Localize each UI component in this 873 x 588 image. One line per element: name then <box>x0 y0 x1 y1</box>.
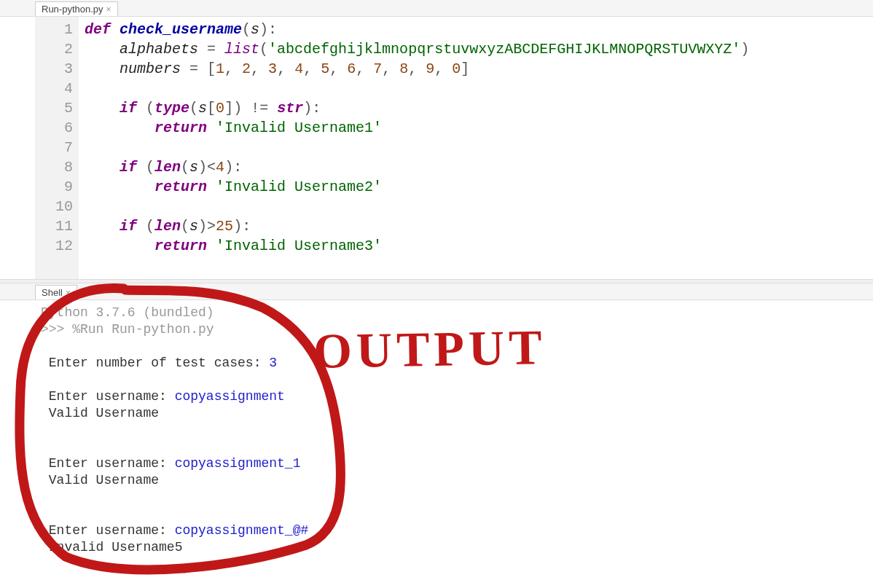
code-line[interactable]: if (len(s)>25): <box>85 216 749 236</box>
shell-line: Valid Username <box>41 405 867 422</box>
editor-tab-bar: Run-python.py × <box>0 0 873 17</box>
shell-line: Invalid Username5 <box>41 539 867 556</box>
code-area[interactable]: def check_username(s): alphabets = list(… <box>79 17 755 279</box>
line-number: 1 <box>35 20 73 39</box>
shell-user-input: 3 <box>269 356 277 370</box>
code-line[interactable]: def check_username(s): <box>85 20 749 39</box>
shell-line <box>41 506 867 522</box>
shell-line: Enter username: copyassignment_@# <box>41 522 867 539</box>
code-line[interactable] <box>85 197 749 216</box>
editor-tab[interactable]: Run-python.py × <box>35 1 118 16</box>
code-line[interactable] <box>85 138 749 157</box>
line-number: 7 <box>35 138 73 157</box>
shell-tab[interactable]: Shell × <box>35 285 77 299</box>
editor-tab-label: Run-python.py <box>42 4 103 15</box>
shell-tab-bar: Shell × <box>0 283 873 300</box>
code-line[interactable]: alphabets = list('abcdefghijklmnopqrstuv… <box>85 39 749 59</box>
shell-line: Valid Username <box>41 472 867 489</box>
shell-tab-label: Shell <box>42 287 63 298</box>
line-number: 12 <box>35 236 73 256</box>
line-number: 6 <box>35 118 73 138</box>
line-number: 5 <box>35 98 73 118</box>
shell-line <box>41 422 867 439</box>
code-line[interactable]: if (len(s)<4): <box>85 157 749 177</box>
line-gutter: 123456789101112 <box>35 17 79 279</box>
shell-line: Enter number of test cases: 3 <box>41 355 867 372</box>
line-number: 2 <box>35 39 73 59</box>
close-icon[interactable]: × <box>66 288 71 298</box>
code-editor[interactable]: 123456789101112 def check_username(s): a… <box>0 17 873 279</box>
line-number: 11 <box>35 216 73 236</box>
shell-user-input: copyassignment_@# <box>175 523 309 538</box>
shell-line <box>41 372 867 388</box>
shell-line <box>41 439 867 455</box>
code-line[interactable]: return 'Invalid Username1' <box>85 118 749 138</box>
close-icon[interactable]: × <box>106 4 111 15</box>
code-line[interactable] <box>85 79 749 98</box>
shell-banner: Python 3.7.6 (bundled) <box>41 305 867 321</box>
code-line[interactable]: numbers = [1, 2, 3, 4, 5, 6, 7, 8, 9, 0] <box>85 59 749 79</box>
line-number: 3 <box>35 59 73 79</box>
shell-line: Enter username: copyassignment_1 <box>41 455 867 472</box>
shell-user-input: copyassignment_1 <box>175 456 301 471</box>
line-number: 8 <box>35 157 73 177</box>
line-number: 4 <box>35 79 73 98</box>
shell-line <box>41 489 867 506</box>
line-number: 9 <box>35 177 73 197</box>
code-line[interactable]: return 'Invalid Username2' <box>85 177 749 197</box>
code-line[interactable]: return 'Invalid Username3' <box>85 236 749 256</box>
line-number: 10 <box>35 197 73 216</box>
shell-user-input: copyassignment <box>175 389 285 404</box>
shell-line: Enter username: copyassignment <box>41 388 867 405</box>
shell-output[interactable]: Python 3.7.6 (bundled)>>> %Run Run-pytho… <box>0 300 873 560</box>
shell-run-line: >>> %Run Run-python.py <box>41 321 867 338</box>
code-line[interactable]: if (type(s[0]) != str): <box>85 98 749 118</box>
